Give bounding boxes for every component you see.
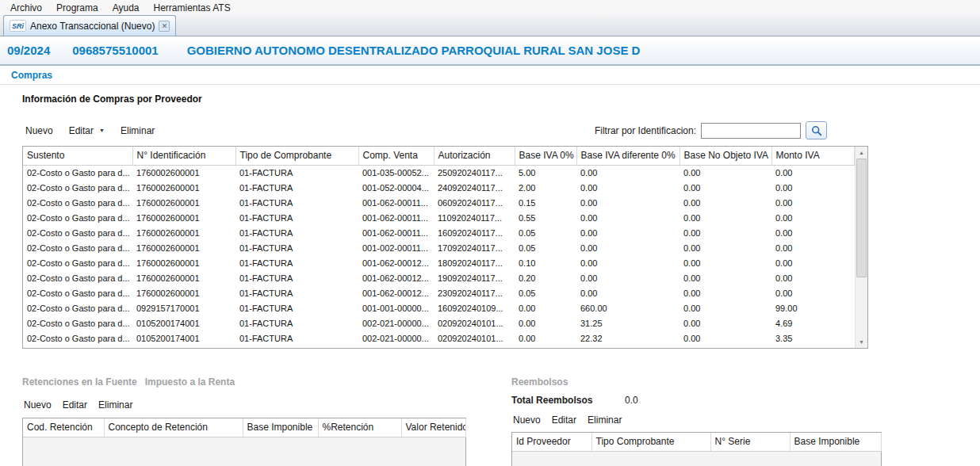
reembolsos-editar-button[interactable]: Editar [550, 413, 578, 427]
search-icon [811, 125, 822, 136]
table-row[interactable]: 02-Costo o Gasto para d...17600026000010… [23, 285, 854, 300]
editar-button[interactable]: Editar ▼ [66, 124, 108, 138]
tab-compras[interactable]: Compras [11, 70, 52, 81]
table-cell: 0105200174001 [132, 315, 235, 330]
table-row[interactable]: 02-Costo o Gasto para d...17600026000010… [23, 240, 854, 255]
compras-toolbar: Nuevo Editar ▼ Eliminar Filtrar por Iden… [22, 121, 867, 139]
table-cell: 180920240117... [434, 255, 515, 270]
column-header[interactable]: Base Imponible [243, 418, 318, 437]
scrollbar-thumb[interactable] [856, 159, 867, 277]
column-header[interactable]: Autorización [434, 147, 515, 165]
filter-label: Filtrar por Identificacion: [595, 125, 696, 136]
table-cell: 020920240101... [434, 315, 515, 330]
search-button[interactable] [806, 121, 827, 139]
app-window: Archivo Programa Ayuda Herramientas ATS … [0, 0, 980, 466]
retenciones-nuevo-button[interactable]: Nuevo [22, 398, 53, 412]
table-cell: 02-Costo o Gasto para d... [23, 300, 132, 315]
close-icon[interactable]: ✕ [159, 21, 170, 32]
nuevo-button[interactable]: Nuevo [22, 124, 56, 138]
reembolsos-eliminar-button[interactable]: Eliminar [586, 413, 623, 427]
table-cell: 22.32 [576, 330, 679, 346]
retenciones-table-header: Cod. RetenciónConcepto de RetenciónBase … [23, 418, 465, 437]
eliminar-button[interactable]: Eliminar [117, 124, 158, 138]
table-cell: 02-Costo o Gasto para d... [23, 180, 132, 195]
column-header[interactable]: %Retención [318, 418, 401, 437]
retenciones-editar-button[interactable]: Editar [61, 398, 89, 412]
total-reembolsos-label: Total Reembolsos [511, 395, 625, 406]
table-row[interactable]: 02-Costo o Gasto para d...01052001740010… [23, 315, 854, 330]
table-cell: 01-FACTURA [235, 270, 358, 285]
scrollbar-down-icon[interactable]: ▼ [855, 336, 868, 348]
table-cell: 160920240109... [434, 300, 515, 315]
table-cell: 0.00 [679, 330, 771, 346]
column-header[interactable]: Sustento [23, 147, 132, 165]
table-cell: 3.35 [771, 330, 854, 346]
table-cell: 99.00 [771, 300, 854, 315]
retenciones-eliminar-button[interactable]: Eliminar [97, 398, 134, 412]
filter-input[interactable] [701, 123, 801, 139]
column-header[interactable]: Tipo de Comprobante [235, 147, 358, 165]
column-header[interactable]: Monto IVA [771, 147, 854, 165]
reembolsos-nuevo-button[interactable]: Nuevo [511, 413, 542, 427]
table-cell: 0.00 [679, 240, 771, 255]
tab-strip: SRi Anexo Transaccional (Nuevo) ✕ [0, 15, 980, 36]
table-cell: 0.00 [679, 255, 771, 270]
table-cell: 02-Costo o Gasto para d... [23, 255, 132, 270]
column-header[interactable]: Tipo Comprobante [591, 433, 710, 451]
menu-item-archivo[interactable]: Archivo [3, 1, 49, 15]
period-label: 09/2024 [7, 44, 50, 57]
compras-table-body: 02-Costo o Gasto para d...17600026000010… [23, 165, 854, 346]
table-cell: 001-062-00011... [358, 225, 434, 240]
vertical-scrollbar[interactable]: ▲ ▼ [855, 147, 868, 348]
table-row[interactable]: 02-Costo o Gasto para d...17600026000010… [23, 255, 854, 270]
reembolsos-title-text: Reembolsos [511, 376, 568, 388]
table-row[interactable]: 02-Costo o Gasto para d...09291571700010… [23, 300, 854, 315]
table-cell: 01-FACTURA [235, 240, 358, 255]
table-row[interactable]: 02-Costo o Gasto para d...17600026000010… [23, 225, 854, 240]
menu-item-ayuda[interactable]: Ayuda [105, 1, 147, 15]
column-header[interactable]: Base Imponible [790, 433, 881, 451]
chevron-down-icon[interactable]: ▼ [99, 128, 105, 133]
table-row[interactable]: 02-Costo o Gasto para d...01052001740010… [23, 330, 854, 346]
menu-item-programa[interactable]: Programa [49, 1, 105, 15]
column-header[interactable]: Valor Retenido [401, 418, 465, 437]
column-header[interactable]: Id Proveedor [512, 433, 591, 451]
table-row[interactable]: 02-Costo o Gasto para d...17600026000010… [23, 270, 854, 285]
table-cell: 0.15 [515, 195, 576, 210]
column-header[interactable]: N° Serie [710, 433, 790, 451]
menu-item-herramientas-ats[interactable]: Herramientas ATS [147, 1, 238, 15]
table-row[interactable]: 02-Costo o Gasto para d...17600026000010… [23, 165, 854, 180]
table-cell: 001-002-00011... [358, 240, 434, 255]
table-row[interactable]: 02-Costo o Gasto para d...17600026000010… [23, 195, 854, 210]
column-header[interactable]: Concepto de Retención [104, 418, 243, 437]
table-cell: 02-Costo o Gasto para d... [23, 240, 132, 255]
column-header[interactable]: N° Identificación [132, 147, 235, 165]
column-header[interactable]: Base IVA diferente 0% [576, 147, 679, 165]
table-cell: 110920240117... [434, 210, 515, 225]
table-cell: 01-FACTURA [235, 330, 358, 346]
table-cell: 02-Costo o Gasto para d... [23, 165, 132, 180]
column-header[interactable]: Cod. Retención [23, 418, 104, 437]
table-row[interactable]: 02-Costo o Gasto para d...17600026000010… [23, 180, 854, 195]
table-cell: 250920240117... [434, 165, 515, 180]
table-row[interactable]: 02-Costo o Gasto para d...17600026000010… [23, 210, 854, 225]
table-cell: 0.00 [576, 180, 679, 195]
retenciones-title-left: Retenciones en la Fuente [22, 376, 137, 388]
table-cell: 0.00 [576, 240, 679, 255]
table-cell: 020920240101... [434, 330, 515, 346]
scrollbar-up-icon[interactable]: ▲ [855, 147, 868, 159]
reembolsos-title: Reembolsos [511, 376, 882, 388]
column-header[interactable]: Base No Objeto IVA [679, 147, 771, 165]
table-cell: 060920240117... [434, 195, 515, 210]
table-cell: 0.00 [679, 195, 771, 210]
compras-toolbar-left: Nuevo Editar ▼ Eliminar [22, 124, 167, 138]
table-cell: 0.00 [679, 180, 771, 195]
column-header[interactable]: Comp. Venta [358, 147, 434, 165]
table-cell: 01-FACTURA [235, 285, 358, 300]
tab-anexo-transaccional[interactable]: SRi Anexo Transaccional (Nuevo) ✕ [3, 15, 176, 36]
table-cell: 230920240117... [434, 285, 515, 300]
taxpayer-name: GOBIERNO AUTONOMO DESENTRALIZADO PARROQU… [187, 44, 641, 57]
retenciones-title-right: Impuesto a la Renta [145, 376, 235, 388]
column-header[interactable]: Base IVA 0% [515, 147, 576, 165]
reembolsos-table-header: Id ProveedorTipo ComprobanteN° SerieBase… [512, 433, 881, 451]
